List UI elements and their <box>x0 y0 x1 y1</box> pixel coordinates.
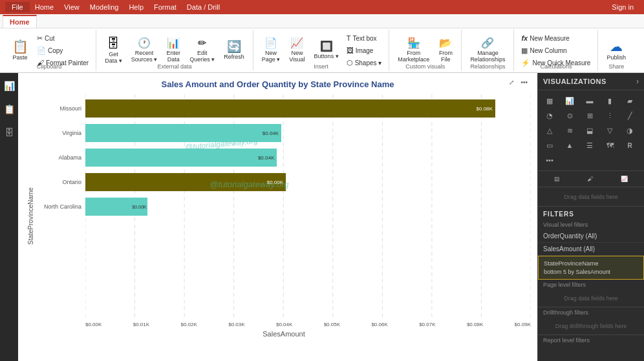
insert-group-label: Insert <box>253 63 389 70</box>
filter-order-quantity[interactable]: OrderQuantity (All) <box>538 230 644 243</box>
bar-label-alabama: Alabama <box>37 154 85 161</box>
ribbon-group-share: ☁ Publish Share <box>598 30 634 71</box>
filter-state-province-name[interactable]: StateProvinceNamebottom 5 by SalesAmount <box>538 256 644 280</box>
viz-icon-stacked-bar[interactable]: ▬ <box>582 94 597 107</box>
sign-in-link[interactable]: Sign in <box>606 3 639 11</box>
x-tick-1: $0.01K <box>133 322 149 327</box>
visualizations-title: VISUALIZATIONS <box>543 77 606 85</box>
visual-level-filters-label: Visual level filters <box>538 220 644 230</box>
viz-icon-line[interactable]: ╱ <box>622 109 638 122</box>
publish-label: Publish <box>606 54 626 61</box>
viz-icon-more[interactable]: ••• <box>542 154 557 167</box>
bar-fill-missouri: $0.08K <box>85 99 495 118</box>
viz-icon-slicer[interactable]: ☰ <box>582 139 597 152</box>
menu-modeling[interactable]: Modeling <box>85 3 124 11</box>
menu-home[interactable]: Home <box>30 3 59 11</box>
viz-icon-gauge[interactable]: ◑ <box>622 124 638 137</box>
x-tick-9: $0.09K <box>515 322 531 327</box>
image-button[interactable]: 🖼 Image <box>343 45 385 56</box>
analytics-icon: 📈 <box>621 176 628 182</box>
viz-icon-table[interactable]: ▦ <box>542 94 557 107</box>
viz-icon-funnel[interactable]: ▽ <box>602 124 617 137</box>
menu-file[interactable]: File <box>5 2 30 12</box>
tab-home[interactable]: Home <box>3 15 37 28</box>
new-column-button[interactable]: ▦ New Column <box>518 45 594 56</box>
viz-icon-clustered-bar[interactable]: ▮ <box>602 94 617 107</box>
ribbon-group-relationships: 🔗 ManageRelationships Relationships <box>462 30 514 71</box>
enter-data-label: EnterData <box>166 50 180 63</box>
copy-button[interactable]: 📄 Copy <box>34 45 92 56</box>
bar-fill-north-carolina: $0.00K <box>85 198 147 216</box>
viz-icon-pie[interactable]: ◔ <box>542 109 557 122</box>
bar-label-north-carolina: North Carolina <box>37 203 85 210</box>
bar-value-ontario: $0.00K <box>267 180 283 185</box>
clipboard-group-label: Clipboard <box>3 63 96 70</box>
recent-sources-icon: 🕐 <box>138 38 151 48</box>
paste-icon: 📋 <box>12 40 28 53</box>
viz-format-tab[interactable]: 🖌 <box>583 174 597 184</box>
chart-expand-icon[interactable]: ⤢ <box>507 78 516 87</box>
report-level-filters-label: Report level filters <box>538 335 644 346</box>
viz-fields-tab[interactable]: ▤ <box>550 174 564 184</box>
bar-row-ontario: Ontario $0.00K <box>37 172 531 192</box>
viz-icon-waterfall[interactable]: ⬓ <box>582 124 597 137</box>
menu-data-drill[interactable]: Data / Drill <box>182 3 225 11</box>
bar-track-alabama: $0.04K <box>85 147 531 168</box>
calculations-group-label: Calculations <box>514 63 597 70</box>
left-bar-report-icon[interactable]: 📊 <box>1 78 17 94</box>
bar-label-ontario: Ontario <box>37 179 85 185</box>
viz-icon-scatter[interactable]: ⋮ <box>602 109 617 122</box>
page-drag-zone: Drag data fields here <box>538 290 644 307</box>
viz-icon-100pct-bar[interactable]: ▰ <box>622 94 638 107</box>
viz-icon-treemap[interactable]: ⊞ <box>582 109 597 122</box>
x-tick-7: $0.07K <box>419 322 435 327</box>
bar-track-north-carolina: $0.00K <box>85 196 531 217</box>
viz-icon-card[interactable]: ▭ <box>542 139 557 152</box>
new-measure-button[interactable]: fx New Measure <box>518 32 594 44</box>
y-axis-label: StateProvinceName <box>25 94 37 338</box>
left-bar: 📊 📋 🗄 <box>0 73 18 361</box>
from-marketplace-label: FromMarketplace <box>398 50 429 63</box>
bar-row-virginia: Virginia $0.04K <box>37 123 531 143</box>
viz-icon-ribbon[interactable]: ≋ <box>562 124 577 137</box>
left-bar-data-icon[interactable]: 📋 <box>1 101 17 117</box>
chart-more-icon[interactable]: ••• <box>519 78 530 87</box>
viz-icon-r[interactable]: R <box>622 139 638 152</box>
manage-relationships-label: ManageRelationships <box>470 50 505 63</box>
text-box-button[interactable]: T Text box <box>343 32 385 44</box>
cut-button[interactable]: ✂ Cut <box>34 32 92 44</box>
bar-row-missouri: Missouri $0.08K <box>37 98 531 119</box>
new-visual-icon: 📈 <box>290 38 303 48</box>
menu-format[interactable]: Format <box>149 3 182 11</box>
new-measure-icon: fx <box>521 34 528 42</box>
bar-track-ontario: $0.00K <box>85 172 531 192</box>
bars-area: Missouri $0.08K Virginia $0.04K <box>37 94 531 319</box>
new-column-icon: ▦ <box>521 46 528 55</box>
chart-area: Sales Amount and Order Quantity by State… <box>18 73 537 361</box>
bar-row-alabama: Alabama $0.04K <box>37 147 531 168</box>
viz-icon-donut[interactable]: ⊙ <box>562 109 577 122</box>
bar-fill-alabama: $0.04K <box>85 149 277 167</box>
edit-queries-icon: ✏ <box>198 38 206 48</box>
drag-zone: Drag data fields here <box>538 187 644 207</box>
buttons-icon: 🔲 <box>320 41 333 52</box>
x-tick-2: $0.02K <box>180 322 197 327</box>
menu-view[interactable]: View <box>59 3 85 11</box>
refresh-label: Refresh <box>224 54 244 60</box>
filter-sales-amount[interactable]: SalesAmount (All) <box>538 243 644 256</box>
viz-icon-map[interactable]: 🗺 <box>602 139 617 152</box>
get-data-icon: 🗄 <box>107 37 120 50</box>
viz-icon-bar[interactable]: 📊 <box>562 94 577 107</box>
image-label: Image <box>356 47 374 54</box>
menu-help[interactable]: Help <box>123 3 149 11</box>
publish-icon: ☁ <box>610 40 623 53</box>
cut-icon: ✂ <box>37 34 43 43</box>
left-bar-model-icon[interactable]: 🗄 <box>2 125 16 140</box>
expand-panel-icon[interactable]: › <box>636 77 639 86</box>
viz-icon-kpi[interactable]: ▲ <box>562 139 577 152</box>
viz-icon-area[interactable]: △ <box>542 124 557 137</box>
text-box-label: Text box <box>352 35 376 42</box>
enter-data-icon: 📊 <box>167 38 180 48</box>
viz-analytics-tab[interactable]: 📈 <box>617 174 632 184</box>
bar-track-missouri: $0.08K <box>85 98 531 119</box>
